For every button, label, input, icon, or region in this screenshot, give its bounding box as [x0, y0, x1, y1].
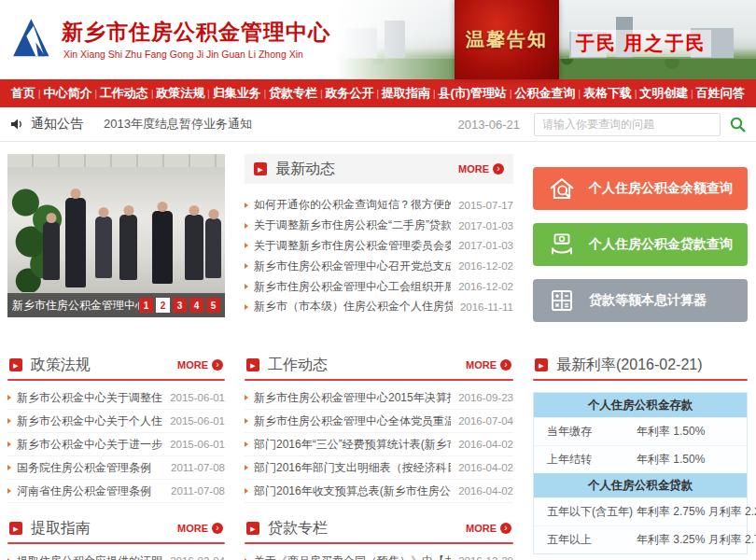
warm-notice-banner[interactable]: 温馨告知	[455, 0, 559, 79]
loan-column-more-link[interactable]: MORE	[466, 523, 511, 534]
middle-column: 最新动态 MORE 如何开通你的公积金查询短信？很方便的！2015-07-17 …	[245, 154, 513, 560]
policies-title: 政策法规	[31, 356, 177, 375]
loan-calculator-button[interactable]: 贷款等额本息计算器	[533, 279, 748, 322]
red-underline	[7, 542, 225, 544]
red-underline	[7, 379, 225, 381]
latest-news-more-link[interactable]: MORE	[458, 163, 504, 175]
red-underline	[245, 542, 513, 544]
nav-item-home[interactable]: 首页	[11, 85, 35, 102]
list-item[interactable]: 新乡市住房公积金管理中心工会组织开展第二届职工2016-12-02	[245, 276, 513, 297]
slogan-marquee: 于民 用之于民	[571, 30, 711, 57]
list-item[interactable]: 关于调整新乡市住房公积金“二手房”贷款相关政策2017-01-03	[245, 216, 513, 236]
nav-item-qa[interactable]: 百姓问答	[696, 85, 745, 102]
list-item[interactable]: 关于《商品房买卖合同（预售）》中【共有情形】2016-12-29	[245, 550, 513, 560]
section-work-news: 工作动态 MORE 新乡市住房公积金管理中心2015年决算报表公开说2016-0…	[245, 351, 513, 503]
nav-item-gov-open[interactable]: 政务公开	[326, 85, 374, 102]
notice-date: 2013-06-21	[458, 118, 521, 132]
loan-column-header: 贷款专栏 MORE	[245, 514, 513, 542]
section-marker-icon	[246, 522, 259, 535]
work-news-title: 工作动态	[268, 356, 466, 375]
rates-header: 最新利率(2016-02-21)	[533, 351, 748, 379]
section-withdraw-guide: 提取指南 MORE 提取住房公积金应提供的证明材料2016-02-04	[7, 514, 225, 560]
search-icon[interactable]	[729, 116, 747, 133]
list-item[interactable]: 新乡市公积金中心关于进一步放宽贷款2015-06-01	[7, 433, 225, 456]
search-box	[534, 113, 747, 136]
red-underline	[245, 379, 513, 381]
bullet-icon	[245, 243, 248, 248]
search-input[interactable]	[534, 113, 721, 136]
more-arrow-icon	[500, 523, 511, 534]
nav-item-downloads[interactable]: 表格下载	[583, 85, 632, 102]
list-item[interactable]: 部门2016年部门支出明细表（按经济科目）(新乡市2016-04-02	[245, 456, 513, 480]
list-item[interactable]: 如何开通你的公积金查询短信？很方便的！2015-07-17	[245, 195, 513, 216]
withdraw-guide-header: 提取指南 MORE	[7, 514, 225, 542]
site-title: 新乡市住房公积金管理中心	[62, 18, 330, 47]
bullet-icon	[245, 465, 248, 470]
nav-item-fund-query[interactable]: 公积金查询	[514, 85, 575, 102]
work-news-more-link[interactable]: MORE	[466, 359, 511, 371]
withdraw-guide-more-link[interactable]: MORE	[177, 523, 223, 534]
main-nav: 首页| 中心简介| 工作动态| 政策法规| 归集业务| 贷款专栏| 政务公开| …	[0, 79, 756, 107]
slider-page-3[interactable]: 3	[173, 298, 187, 313]
list-item[interactable]: 新乡市公积金中心关于个人住房贷款政2015-06-01	[7, 410, 225, 433]
nav-item-loans[interactable]: 贷款专栏	[269, 85, 317, 102]
slider-caption[interactable]: 新乡市住房公积金管理中心工会	[12, 298, 139, 314]
section-marker-icon	[9, 358, 22, 371]
list-item[interactable]: 新乡市住房公积金管理中心召开党总支成立大会2016-12-02	[245, 256, 513, 276]
nav-item-collection[interactable]: 归集业务	[213, 85, 261, 102]
section-latest-news: 最新动态 MORE 如何开通你的公积金查询短信？很方便的！2015-07-17 …	[245, 154, 513, 351]
slider-page-4[interactable]: 4	[189, 298, 203, 313]
work-news-list: 新乡市住房公积金管理中心2015年决算报表公开说2016-09-23 新乡市住房…	[245, 386, 513, 503]
bullet-icon	[245, 223, 248, 229]
nav-item-withdraw[interactable]: 提取指南	[382, 85, 430, 102]
list-item[interactable]: 提取住房公积金应提供的证明材料2016-02-04	[7, 550, 225, 560]
list-item[interactable]: 关于调整新乡市住房公积金管理委员会委员的通知2017-01-03	[245, 236, 513, 257]
more-arrow-icon	[212, 359, 223, 371]
bullet-icon	[7, 441, 11, 447]
slider-caption-bar: 新乡市住房公积金管理中心工会 1 2 3 4 5	[7, 293, 225, 317]
rates-title: 最新利率(2016-02-21)	[556, 356, 746, 375]
latest-news-header: 最新动态 MORE	[245, 154, 513, 184]
section-marker-icon	[9, 522, 22, 535]
list-item[interactable]: 部门2016年收支预算总表(新乡市住房公积金管理中2016-04-02	[245, 480, 513, 503]
nav-item-about[interactable]: 中心简介	[43, 85, 91, 102]
calculator-icon	[548, 287, 576, 315]
list-item[interactable]: 国务院住房公积金管理条例2011-07-08	[7, 456, 225, 480]
slider-page-2-active[interactable]: 2	[156, 298, 170, 313]
list-item[interactable]: 部门2016年“三公”经费预算统计表(新乡市住房公2016-04-02	[245, 433, 513, 456]
notice-link[interactable]: 2013年度结息暂停业务通知	[104, 116, 252, 133]
site-title-pinyin: Xin Xiang Shi Zhu Fang Gong Ji Jin Guan …	[63, 49, 303, 60]
nav-item-county-stations[interactable]: 县(市)管理站	[438, 85, 507, 102]
nav-item-policy[interactable]: 政策法规	[156, 85, 204, 102]
policies-header: 政策法规 MORE	[7, 351, 225, 379]
section-marker-icon	[254, 162, 267, 175]
list-item[interactable]: 新乡市住房公积金管理中心2015年决算报表公开说2016-09-23	[245, 386, 513, 410]
money-hand-icon	[548, 231, 576, 259]
left-column: 新乡市住房公积金管理中心工会 1 2 3 4 5 政策法规 MORE	[7, 154, 225, 560]
nav-item-work[interactable]: 工作动态	[100, 85, 148, 102]
slider-page-1[interactable]: 1	[139, 298, 153, 313]
policies-more-link[interactable]: MORE	[177, 359, 223, 371]
section-rates: 最新利率(2016-02-21) 个人住房公积金存款 当年缴存 年利率 1.50…	[533, 351, 748, 554]
bullet-icon	[245, 304, 248, 310]
bullet-icon	[245, 488, 248, 494]
list-item[interactable]: 新乡市（市本级）住房公积金个人住房贷款开发企业2016-11-11	[245, 297, 513, 317]
loan-query-button[interactable]: 个人住房公积金贷款查询	[533, 223, 748, 266]
list-item[interactable]: 河南省住房公积金管理条例2011-07-08	[7, 480, 225, 503]
work-news-header: 工作动态 MORE	[245, 351, 513, 379]
latest-news-title: 最新动态	[275, 160, 458, 179]
bullet-icon	[245, 263, 248, 269]
loan-rates-header: 个人住房公积金贷款	[534, 473, 747, 497]
section-policies: 政策法规 MORE 新乡市公积金中心关于调整住房公积金2015-06-01 新乡…	[7, 351, 225, 503]
notice-bar: 通知公告 2013年度结息暂停业务通知 2013-06-21	[0, 107, 756, 142]
nav-item-civilization[interactable]: 文明创建	[639, 85, 688, 102]
list-item[interactable]: 新乡市住房公积金管理中心全体党员重温入党誓词2016-07-04	[245, 410, 513, 433]
list-item[interactable]: 新乡市公积金中心关于调整住房公积金2015-06-01	[7, 386, 225, 410]
bullet-icon	[7, 395, 11, 400]
bullet-icon	[245, 284, 248, 289]
balance-query-button[interactable]: 个人住房公积金余额查询	[533, 167, 748, 210]
photo-slider[interactable]: 新乡市住房公积金管理中心工会 1 2 3 4 5	[7, 154, 225, 317]
bullet-icon	[245, 203, 248, 208]
house-search-icon	[548, 175, 576, 203]
slider-page-5[interactable]: 5	[206, 298, 220, 313]
